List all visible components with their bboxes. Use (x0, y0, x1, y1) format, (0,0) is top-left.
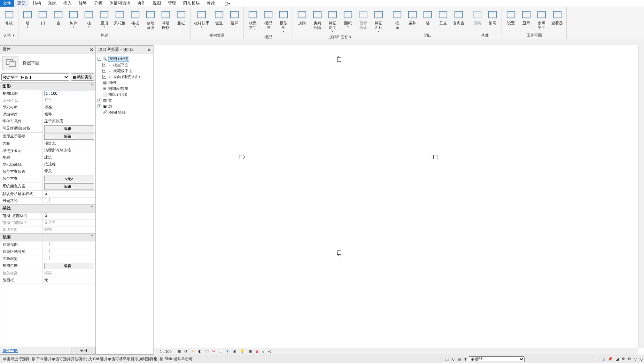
props-checkbox[interactable] (45, 249, 49, 253)
ribbon-floor-button[interactable]: 楼板▾ (127, 8, 143, 32)
highlight-icon[interactable]: ≺ (267, 349, 272, 354)
menu-massing[interactable]: 体量和场地 (106, 0, 134, 7)
props-input[interactable] (44, 91, 94, 96)
edit-type-button[interactable]: ▦ 编辑类型 (71, 74, 94, 81)
menu-systems[interactable]: 系统 (45, 0, 60, 7)
elevation-marker-west[interactable] (239, 154, 245, 160)
ribbon-curtain-grid-button[interactable]: 幕墙 网格 (158, 8, 173, 32)
ribbon-room-button[interactable]: 房间 (294, 8, 310, 34)
props-value[interactable]: 无 (43, 213, 95, 219)
props-checkbox[interactable] (45, 242, 49, 246)
props-edit-button[interactable]: 编辑... (44, 133, 94, 140)
constraints-icon[interactable]: ⊟ (255, 349, 259, 354)
ribbon-model-text-button[interactable]: 模型 文字 (245, 8, 261, 34)
menu-annotate[interactable]: 注释 (75, 0, 91, 7)
temp-hide-icon[interactable]: ◉ (232, 349, 237, 354)
props-value[interactable]: 按规程 (43, 161, 95, 168)
detail-level-icon[interactable]: ▦ (177, 349, 181, 354)
props-edit-button[interactable]: 编辑... (44, 125, 94, 132)
elevation-marker-south[interactable] (336, 250, 342, 256)
properties-close-icon[interactable]: ✕ (90, 47, 93, 52)
ribbon-mullion-button[interactable]: 竖梃 (173, 8, 189, 32)
tree-node[interactable]: -🔍视图 (全部) (97, 55, 152, 62)
menu-collaborate[interactable]: 协作 (134, 0, 149, 7)
worksharing-icon[interactable]: ▦ (248, 349, 253, 354)
menu-manage[interactable]: 管理 (164, 0, 180, 7)
menu-modify[interactable]: 修改 (203, 0, 219, 7)
ribbon-model-group-button[interactable]: 模型 组▾ (276, 8, 291, 34)
ribbon-show-button[interactable]: 显示 (519, 8, 534, 32)
props-value[interactable]: 项目北 (43, 140, 95, 147)
status-drag-icon[interactable]: ✥ (620, 357, 626, 361)
browser-close-icon[interactable]: ✕ (147, 47, 151, 52)
props-value[interactable]: 标高 1 (43, 270, 95, 277)
props-edit-button[interactable]: 编辑... (44, 263, 94, 269)
browser-tree[interactable]: -🔍视图 (全部)+▫楼层平面+▫天花板平面+▫立面 (建筑立面)▦图例☰明细表… (96, 54, 153, 354)
properties-help-link[interactable]: 属性帮助 (0, 347, 71, 354)
status-select-pinned-icon[interactable]: 📌 (606, 357, 614, 361)
ribbon-railing-button[interactable]: 栏杆扶手▾ (192, 8, 211, 32)
elevation-marker-east[interactable] (432, 154, 438, 160)
tree-node[interactable]: 📄图纸 (全部) (97, 92, 152, 98)
panel-toggle-icon[interactable]: ▢▾ (222, 1, 232, 6)
rendering-icon[interactable]: ⬚ (204, 349, 209, 354)
props-checkbox[interactable] (45, 198, 49, 202)
elevation-marker-north[interactable] (336, 56, 342, 62)
menu-insert[interactable]: 插入 (60, 0, 75, 7)
status-editable-only-icon[interactable]: ▦ (456, 357, 462, 361)
shadows-icon[interactable]: ◐ (197, 349, 202, 354)
ribbon-curtain-sys-button[interactable]: 幕墙 系统 (143, 8, 158, 32)
status-background-icon[interactable]: ⚙ (626, 357, 633, 361)
props-value[interactable]: 显示原状态 (43, 118, 95, 125)
menu-view[interactable]: 视图 (149, 0, 164, 7)
props-value[interactable]: 无 (43, 191, 95, 197)
props-value[interactable]: 无 (43, 277, 95, 284)
menu-addins[interactable]: 附加模块 (180, 0, 203, 7)
menu-structure[interactable]: 结构 (29, 0, 45, 7)
status-filter-icon[interactable]: ▼ (462, 357, 469, 361)
props-value[interactable]: 100 (43, 97, 95, 104)
ribbon-dormer-button[interactable]: 老虎窗 (451, 8, 466, 32)
crop-region-icon[interactable]: ▭ (218, 349, 223, 354)
tree-expand-icon[interactable]: - (98, 57, 101, 61)
drawing-canvas[interactable]: 1 : 100 ▦ ◔ ☀ ◐ ⬚ ✂ ▭ 👁 ◉ 💡 ▦ ⊟ ⟐ ≺ (153, 45, 644, 355)
ribbon-roof-button[interactable]: 屋顶▾ (96, 8, 112, 32)
props-value[interactable]: 清理所有墙连接 (43, 147, 95, 154)
props-section-header[interactable]: 基线⌃ (0, 204, 95, 213)
tree-node[interactable]: +▫立面 (建筑立面) (97, 74, 152, 80)
props-value[interactable]: 建筑 (43, 154, 95, 161)
status-filter2-icon[interactable]: ▽ (633, 357, 638, 361)
ribbon-shaft-button[interactable]: 竖井 (405, 8, 420, 32)
ribbon-component-button[interactable]: 构件▾ (66, 8, 81, 32)
props-value[interactable]: 标准 (43, 104, 95, 111)
tree-expand-icon[interactable]: + (102, 63, 106, 67)
ribbon-stair-button[interactable]: 楼梯 (227, 8, 242, 32)
ribbon-ref-plane-button[interactable]: 参照 平面 (534, 8, 549, 32)
props-value[interactable]: 粗略 (43, 111, 95, 118)
ribbon-cursor-button[interactable]: 修改 (1, 8, 17, 32)
props-value[interactable]: 无边界 (43, 219, 95, 226)
tree-node[interactable]: +▫天花板平面 (97, 68, 152, 74)
status-select-underlay-icon[interactable]: ◫ (600, 357, 606, 361)
ribbon-ramp-button[interactable]: 坡道 (211, 8, 227, 32)
tree-node[interactable]: +▣组 (97, 103, 152, 109)
tree-expand-icon[interactable]: + (98, 105, 101, 108)
tree-node[interactable]: +▥族 (97, 98, 152, 103)
props-value[interactable]: 背景 (43, 168, 95, 175)
ribbon-ceiling-button[interactable]: 天花板 (112, 8, 127, 32)
menu-analyze[interactable]: 分析 (91, 0, 106, 7)
properties-apply-button[interactable]: 应用 (71, 347, 95, 354)
visual-style-icon[interactable]: ◔ (184, 349, 188, 354)
ribbon-wall-button[interactable]: 墙▾ (20, 8, 35, 32)
file-menu[interactable]: 文件 (0, 0, 14, 7)
status-select-links-icon[interactable]: ⊞ (594, 357, 600, 361)
props-section-header[interactable]: 范围⌃ (0, 233, 95, 241)
ribbon-vertical-button[interactable]: 垂直 (435, 8, 451, 32)
canvas-scrollbar-vertical[interactable] (638, 45, 644, 348)
ribbon-area-button[interactable]: 面积▾ (340, 8, 356, 34)
props-section-header[interactable]: 图形⌃ (0, 82, 95, 90)
props-checkbox[interactable] (45, 256, 49, 260)
analytical-icon[interactable]: ⟐ (261, 349, 265, 354)
ribbon-viewer-button[interactable]: 查看器 (549, 8, 565, 32)
unhide-icon[interactable]: 👁 (225, 349, 230, 354)
